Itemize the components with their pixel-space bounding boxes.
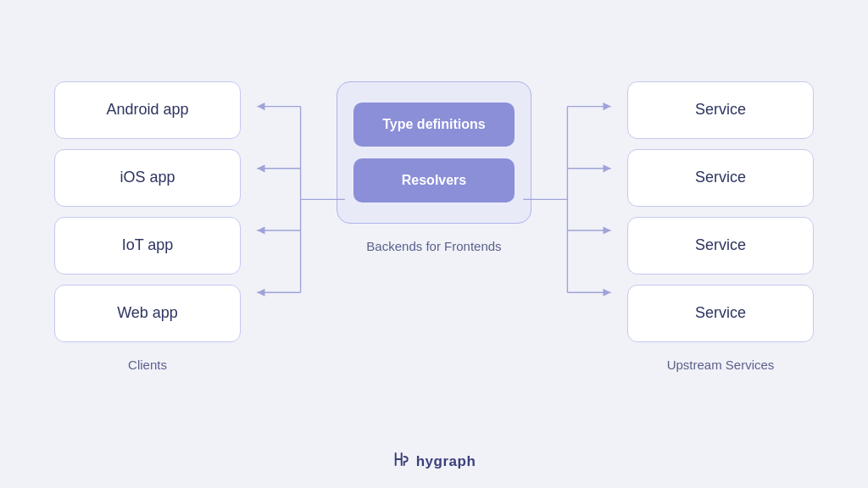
service-label-2: Service	[695, 169, 746, 186]
ios-app-label: iOS app	[120, 169, 175, 186]
bff-container: Type definitions Resolvers	[337, 81, 531, 224]
services-label: Upstream Services	[627, 358, 814, 372]
service-box-1: Service	[627, 81, 814, 139]
service-box-2: Service	[627, 149, 814, 207]
service-label-4: Service	[695, 304, 746, 322]
android-app-label: Android app	[106, 101, 188, 119]
web-app-box: Web app	[54, 285, 241, 342]
left-spacer	[241, 81, 337, 372]
iot-app-label: IoT app	[122, 236, 174, 254]
type-definitions-box: Type definitions	[353, 103, 515, 147]
bff-label: Backends for Frontends	[337, 239, 531, 253]
resolvers-label: Resolvers	[402, 173, 467, 188]
diagram-inner: Android app iOS app IoT app Web app Clie…	[27, 66, 841, 423]
service-label-3: Service	[695, 236, 746, 254]
iot-app-box: IoT app	[54, 217, 241, 274]
bff-column: Type definitions Resolvers Backends for …	[337, 81, 531, 372]
service-box-4: Service	[627, 285, 814, 342]
android-app-box: Android app	[54, 81, 241, 139]
services-list: Service Service Service Service	[627, 81, 814, 342]
service-label-1: Service	[695, 101, 746, 119]
services-column: Service Service Service Service Upstream…	[627, 81, 814, 372]
web-app-label: Web app	[117, 304, 178, 322]
diagram-wrapper: Android app iOS app IoT app Web app Clie…	[27, 66, 841, 423]
right-spacer	[531, 81, 627, 372]
logo-text: hygraph	[416, 453, 476, 470]
service-box-3: Service	[627, 217, 814, 274]
resolvers-box: Resolvers	[353, 158, 515, 202]
ios-app-box: iOS app	[54, 149, 241, 207]
logo-icon	[392, 450, 411, 473]
clients-list: Android app iOS app IoT app Web app	[54, 81, 241, 342]
clients-column: Android app iOS app IoT app Web app Clie…	[54, 81, 241, 372]
type-definitions-label: Type definitions	[382, 117, 485, 132]
clients-label: Clients	[54, 358, 241, 372]
hygraph-logo: hygraph	[392, 450, 476, 473]
